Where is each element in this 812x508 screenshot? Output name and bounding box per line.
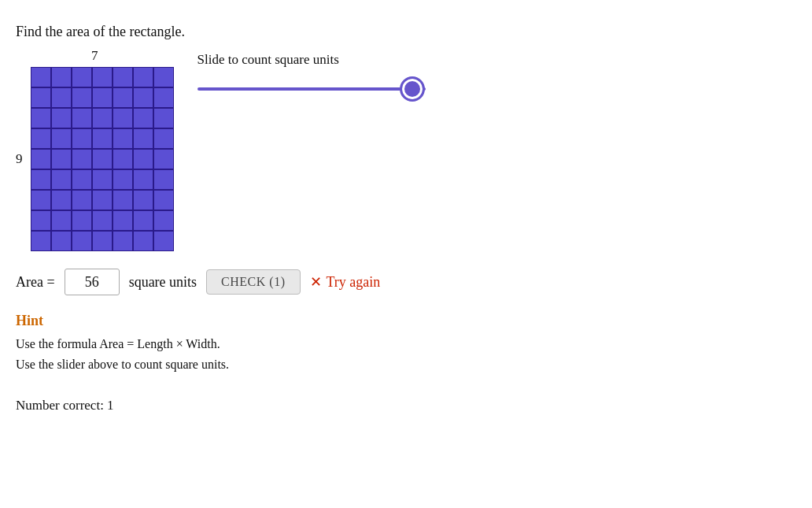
grid-cell xyxy=(113,169,133,190)
grid-cell xyxy=(51,231,72,251)
grid-cell xyxy=(92,67,113,87)
dimension-left: 9 xyxy=(16,151,23,167)
grid-cell xyxy=(92,128,113,149)
grid-cell xyxy=(113,231,133,251)
grid-cell xyxy=(92,169,113,190)
grid-cell xyxy=(51,128,72,149)
grid-cell xyxy=(31,231,51,251)
grid-cell xyxy=(31,67,51,87)
grid-cell xyxy=(31,149,51,169)
dimension-top: 7 xyxy=(91,48,98,64)
grid-cell xyxy=(153,210,174,231)
grid-cell xyxy=(133,190,153,210)
grid-cell xyxy=(113,108,133,128)
grid-cell xyxy=(51,149,72,169)
grid-cell xyxy=(133,67,153,87)
grid-cell xyxy=(92,210,113,231)
grid-cell xyxy=(153,87,174,108)
grid-cell xyxy=(31,128,51,149)
try-again-button[interactable]: ✕ Try again xyxy=(310,273,381,291)
grid-row xyxy=(31,190,174,210)
grid-cell xyxy=(72,87,92,108)
grid-cell xyxy=(153,128,174,149)
grid-cell xyxy=(51,190,72,210)
try-again-label: Try again xyxy=(327,274,381,291)
grid-row xyxy=(31,108,174,128)
grid-cell xyxy=(133,149,153,169)
grid-cell xyxy=(113,128,133,149)
grid-cell xyxy=(92,231,113,251)
grid-cell xyxy=(92,149,113,169)
square-units-label: square units xyxy=(129,274,197,291)
grid-row xyxy=(31,149,174,169)
area-label: Area = xyxy=(16,274,55,291)
number-correct: Number correct: 1 xyxy=(16,398,796,413)
grid-cell xyxy=(113,67,133,87)
grid-cell xyxy=(153,231,174,251)
grid-cell xyxy=(72,108,92,128)
grid-row xyxy=(31,87,174,108)
rectangle-grid xyxy=(31,67,174,251)
grid-cell xyxy=(72,231,92,251)
grid-cell xyxy=(92,190,113,210)
grid-cell xyxy=(153,149,174,169)
hint-line2: Use the slider above to count square uni… xyxy=(16,354,796,375)
grid-cell xyxy=(133,128,153,149)
grid-cell xyxy=(153,190,174,210)
grid-cell xyxy=(51,169,72,190)
grid-cell xyxy=(113,190,133,210)
grid-cell xyxy=(133,108,153,128)
grid-cell xyxy=(51,108,72,128)
grid-cell xyxy=(113,210,133,231)
grid-row xyxy=(31,210,174,231)
grid-cell xyxy=(31,108,51,128)
slider-thumb[interactable] xyxy=(402,79,423,99)
question-text: Find the area of the rectangle. xyxy=(16,24,796,40)
grid-cell xyxy=(153,67,174,87)
grid-cell xyxy=(31,169,51,190)
grid-cell xyxy=(153,108,174,128)
grid-cell xyxy=(72,149,92,169)
grid-cell xyxy=(51,210,72,231)
hint-line1: Use the formula Area = Length × Width. xyxy=(16,334,796,354)
answer-input[interactable] xyxy=(65,269,120,295)
check-button[interactable]: CHECK (1) xyxy=(206,269,300,295)
grid-cell xyxy=(133,210,153,231)
x-icon: ✕ xyxy=(310,273,322,291)
grid-cell xyxy=(72,190,92,210)
grid-cell xyxy=(133,87,153,108)
grid-cell xyxy=(31,190,51,210)
grid-cell xyxy=(113,149,133,169)
grid-cell xyxy=(72,210,92,231)
grid-cell xyxy=(153,169,174,190)
grid-row xyxy=(31,128,174,149)
grid-cell xyxy=(72,169,92,190)
hint-title: Hint xyxy=(16,313,796,329)
grid-row xyxy=(31,231,174,251)
grid-cell xyxy=(72,128,92,149)
slider-track xyxy=(197,87,426,91)
grid-cell xyxy=(92,87,113,108)
slider-container[interactable] xyxy=(197,77,426,101)
grid-cell xyxy=(133,231,153,251)
grid-row xyxy=(31,67,174,87)
slider-label: Slide to count square units xyxy=(197,52,426,68)
grid-cell xyxy=(31,210,51,231)
grid-cell xyxy=(51,67,72,87)
grid-cell xyxy=(92,108,113,128)
grid-cell xyxy=(51,87,72,108)
grid-cell xyxy=(113,87,133,108)
grid-cell xyxy=(72,67,92,87)
grid-cell xyxy=(133,169,153,190)
grid-cell xyxy=(31,87,51,108)
grid-row xyxy=(31,169,174,190)
